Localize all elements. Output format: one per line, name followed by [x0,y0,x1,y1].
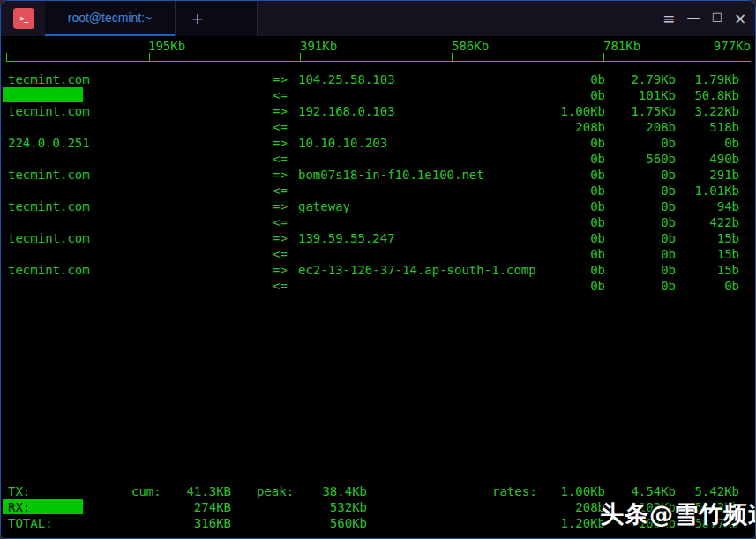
rx-rate-2s: 0b [590,246,605,262]
tx-arrow-icon: => [273,103,288,119]
tx-rate-10s: 0b [661,135,676,151]
tx-rate-40s: 1.79Kb [694,71,739,87]
rates-label: rates: [492,483,537,499]
tx-arrow-icon: => [273,198,288,214]
tx-rate-40s: 15b [717,230,739,246]
tx-rate-2s: 0b [590,198,605,214]
rx-rate-10s: 0b [661,246,676,262]
local-host: tecmint.com [8,230,90,246]
rx-rate-40s: 0b [724,278,739,294]
rx-rate-10s: 0b [661,278,676,294]
tx-rate-2s: 0b [590,71,605,87]
remote-host: ec2-13-126-37-14.ap-south-1.comp [298,262,536,278]
maximize-icon[interactable]: □ [709,10,725,27]
cum-value: 41.3KB [186,483,231,499]
titlebar[interactable]: >_ root@tecmint:~ + ≡ — □ × [1,1,755,36]
rx-rate-10s: 208b [646,119,676,135]
connection-rx-line: <=0b560b490b [1,151,755,167]
rx-rate-2s: 0b [590,278,605,294]
tx-rate-40s: 94b [717,198,739,214]
scale-ruler-line [6,61,751,62]
rx-rate-40s: 1.01Kb [694,183,739,198]
connection-tx-line: tecmint.com=>bom07s18-in-f10.1e100.net0b… [1,167,755,183]
local-host: 224.0.0.251 [8,135,90,151]
tx-rate-10s: 2.79Kb [631,71,676,87]
peak-value: 560Kb [330,515,367,531]
scale-label: 391Kb [300,39,337,53]
rx-rate-40s: 518b [709,119,739,135]
traffic-bar [3,87,83,102]
tab-separator [175,1,176,36]
tx-rate-2s: 0b [590,135,605,151]
tab-separator [257,1,258,36]
connection-tx-line: tecmint.com=>192.168.0.1031.00Kb1.75Kb3.… [1,103,755,119]
tab-root-tecmint[interactable]: root@tecmint:~ [45,1,175,36]
tx-arrow-icon: => [273,230,288,246]
rx-rate-40s: 15b [717,246,739,262]
cum-label: cum: [131,483,161,499]
minimize-icon[interactable]: — [685,10,701,27]
remote-host: 192.168.0.103 [298,103,395,119]
close-icon[interactable]: × [732,10,748,27]
terminal-icon-glyph: >_ [20,14,28,23]
tx-rate-10s: 1.75Kb [631,103,676,119]
remote-host: 104.25.58.103 [298,71,395,87]
totals-separator-line [6,475,750,475]
remote-host: 139.59.55.247 [298,230,395,246]
connection-tx-line: 224.0.0.251=>10.10.10.2030b0b0b [1,135,755,151]
rx-arrow-icon: <= [273,151,288,167]
tx-rate-10s: 0b [661,230,676,246]
cum-value: 274KB [194,499,231,515]
scale-label: 781Kb [603,39,640,53]
cum-value: 316KB [194,515,231,531]
menu-icon[interactable]: ≡ [661,10,677,27]
tx-rate-2s: 0b [590,230,605,246]
peak-value: 532Kb [330,499,367,515]
connection-tx-line: tecmint.com=>104.25.58.1030b2.79Kb1.79Kb [1,71,755,87]
local-host: tecmint.com [8,198,90,214]
tx-arrow-icon: => [273,262,288,278]
terminal-app-icon: >_ [13,8,34,29]
rate-10s: 4.54Kb [631,483,676,499]
remote-host: gateway [298,198,350,214]
connection-tx-line: tecmint.com=>139.59.55.2470b0b15b [1,230,755,246]
rate-2s: 1.00Kb [560,483,605,499]
totals-label: TOTAL: [8,515,53,531]
rx-rate-2s: 0b [590,183,605,198]
tx-arrow-icon: => [273,71,288,87]
connection-tx-line: tecmint.com=>ec2-13-126-37-14.ap-south-1… [1,262,755,278]
rx-rate-40s: 422b [709,214,739,230]
tx-arrow-icon: => [273,135,288,151]
peak-value: 38.4Kb [322,483,367,499]
local-host: tecmint.com [8,103,90,119]
tx-rate-2s: 0b [590,262,605,278]
tab-title: root@tecmint:~ [68,11,153,25]
connection-rx-line: <=0b0b422b [1,214,755,230]
local-host: tecmint.com [8,71,90,87]
rx-arrow-icon: <= [273,119,288,135]
connection-rx-line: <=0b0b0b [1,278,755,294]
connection-rx-line: <=0b0b1.01Kb [1,183,755,198]
rx-rate-10s: 0b [661,183,676,198]
rx-arrow-icon: <= [273,87,288,103]
rx-rate-2s: 0b [590,214,605,230]
rx-rate-2s: 0b [590,151,605,167]
local-host: tecmint.com [8,262,90,278]
tx-rate-40s: 15b [717,262,739,278]
terminal-screen[interactable]: 195Kb 391Kb 586Kb 781Kb 977Kb tecmint.co… [1,36,755,538]
remote-host: bom07s18-in-f10.1e100.net [298,167,484,183]
connection-rx-line: <=208b208b518b [1,119,755,135]
tx-rate-40s: 0b [724,135,739,151]
rx-rate-2s: 208b [575,119,605,135]
rx-rate-2s: 0b [590,87,605,103]
connection-rx-line: <=0b0b15b [1,246,755,262]
rx-rate-40s: 490b [709,151,739,167]
rx-rate-10s: 101Kb [639,87,676,103]
tx-rate-10s: 0b [661,262,676,278]
new-tab-button[interactable]: + [182,4,213,34]
remote-host: 10.10.10.203 [298,135,387,151]
local-host: tecmint.com [8,167,90,183]
rx-arrow-icon: <= [273,278,288,294]
rx-arrow-icon: <= [273,214,288,230]
scale-label: 195Kb [148,39,185,53]
